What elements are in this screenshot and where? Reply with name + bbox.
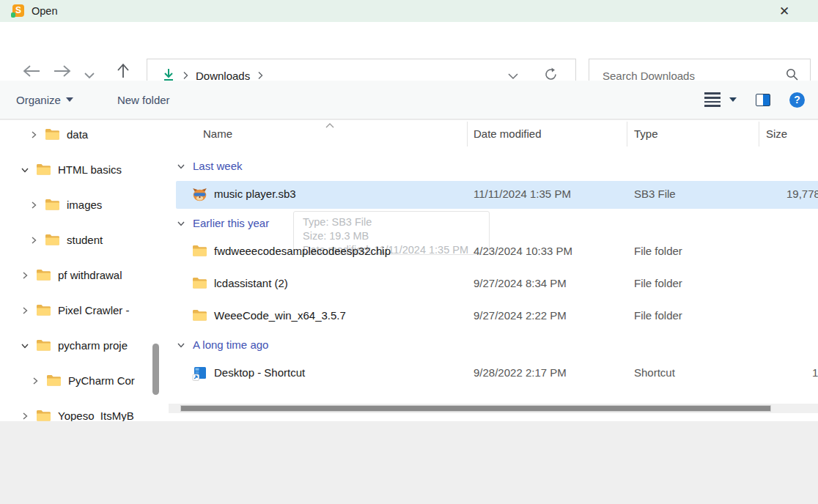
sidebar-item-label: pf withdrawal [58, 269, 122, 281]
open-dialog: S Open ✕ Downloads [0, 0, 818, 504]
sidebar-item-label: images [67, 199, 102, 211]
sidebar-item-pixel-crawler[interactable]: Pixel Crawler - [21, 304, 130, 316]
dialog-body: data HTML basics images student pf withd [0, 119, 818, 421]
dialog-footer: File name: Custom Files (*.sb;*.sb2;*.sb… [0, 421, 818, 504]
sidebar-item-pf-withdrawal[interactable]: pf withdrawal [21, 269, 122, 281]
sidebar-item-images[interactable]: images [29, 199, 102, 211]
horizontal-scrollbar[interactable] [169, 404, 818, 413]
folder-icon [36, 269, 51, 281]
chevron-right-icon[interactable] [29, 236, 38, 245]
file-row-music-player[interactable]: music player.sb3 11/11/2024 1:35 PM SB3 … [169, 181, 818, 209]
column-header-size[interactable]: Size [766, 127, 787, 140]
group-header-last-week[interactable]: Last week [177, 160, 243, 172]
horizontal-scrollbar-thumb[interactable] [180, 405, 771, 412]
file-row-weeecode[interactable]: WeeeCode_win_x64_3.5.7 9/27/2024 2:22 PM… [169, 303, 818, 330]
folder-icon [36, 304, 51, 316]
folder-icon [36, 410, 51, 421]
group-label: Earlier this year [193, 217, 269, 229]
chevron-down-icon [177, 341, 185, 349]
file-row-desktop-shortcut[interactable]: Desktop - Shortcut 9/28/2022 2:17 PM Sho… [169, 360, 818, 388]
sidebar-item-student[interactable]: student [29, 234, 103, 246]
sidebar-item-label: Yopeso_ItsMyB [58, 410, 134, 421]
view-list-icon [704, 92, 721, 106]
folder-icon [192, 309, 207, 324]
group-label: A long time ago [193, 338, 268, 351]
chevron-down-icon[interactable] [21, 342, 29, 349]
command-toolbar: Organize New folder ? [0, 81, 818, 119]
sidebar-item-label: HTML basics [58, 163, 122, 176]
group-label: Last week [193, 160, 243, 172]
folder-icon [45, 128, 60, 141]
chevron-right-icon[interactable] [29, 201, 38, 210]
file-type: File folder [634, 309, 682, 322]
folder-tree-sidebar: data HTML basics images student pf withd [0, 120, 169, 421]
sidebar-item-yopeso[interactable]: Yopeso_ItsMyB [21, 410, 134, 421]
chevron-right-icon[interactable] [31, 377, 40, 385]
sidebar-item-label: pycharm proje [58, 339, 128, 352]
navigation-bar: Downloads [0, 22, 818, 81]
file-name: Desktop - Shortcut [214, 366, 305, 379]
file-type: File folder [634, 245, 682, 257]
organize-button[interactable]: Organize [16, 94, 73, 106]
column-divider[interactable] [759, 122, 759, 147]
sidebar-item-label: Pixel Crawler - [58, 304, 130, 316]
file-row-fwdweeecode[interactable]: fwdweeecodesamplecodeesp32chip 4/23/2024… [169, 238, 818, 266]
file-row-lcdassistant[interactable]: lcdassistant (2) 9/27/2024 8:34 PM File … [169, 270, 818, 298]
file-list: Name Date modified Type Size Type: SB3 F… [169, 120, 818, 421]
column-header-date-modified[interactable]: Date modified [474, 127, 542, 140]
chevron-down-icon[interactable] [21, 166, 29, 174]
view-mode-button[interactable] [704, 92, 737, 106]
close-icon[interactable]: ✕ [775, 3, 793, 21]
folder-icon [36, 339, 51, 352]
sidebar-item-label: PyCharm Cor [68, 374, 135, 387]
file-type: SB3 File [634, 188, 676, 200]
shortcut-icon [192, 366, 207, 383]
help-icon[interactable]: ? [789, 92, 805, 108]
sidebar-item-label: student [67, 234, 103, 246]
folder-icon [36, 163, 51, 176]
chevron-right-icon[interactable] [21, 271, 29, 280]
sidebar-item-html-basics[interactable]: HTML basics [21, 163, 122, 176]
up-arrow-icon[interactable] [116, 63, 130, 82]
chevron-right-icon[interactable] [21, 412, 29, 420]
chevron-right-icon[interactable] [21, 306, 29, 315]
group-header-earlier-this-year[interactable]: Earlier this year [177, 217, 269, 229]
folder-icon [45, 199, 60, 211]
sort-ascending-icon[interactable] [325, 120, 335, 131]
back-arrow-icon[interactable] [22, 64, 41, 81]
preview-pane-icon[interactable] [756, 94, 770, 106]
group-header-a-long-time-ago[interactable]: A long time ago [177, 338, 268, 351]
column-header-name[interactable]: Name [203, 127, 232, 140]
column-divider[interactable] [467, 122, 468, 147]
column-header-type[interactable]: Type [634, 127, 658, 140]
new-folder-button[interactable]: New folder [117, 94, 170, 106]
sidebar-item-pycharm-projects[interactable]: pycharm proje [21, 339, 128, 352]
chevron-down-icon [177, 220, 185, 227]
file-date: 11/11/2024 1:35 PM [474, 188, 571, 200]
chevron-down-icon [177, 163, 185, 170]
file-date: 9/27/2024 2:22 PM [474, 309, 567, 322]
column-divider[interactable] [627, 122, 627, 147]
column-headers: Name Date modified Type Size [169, 120, 818, 148]
file-size: 19,778 [786, 188, 818, 200]
file-type: File folder [634, 277, 682, 289]
forward-arrow-icon[interactable] [53, 64, 72, 81]
title-bar: S Open ✕ [0, 0, 818, 22]
file-size: 1 [812, 366, 818, 379]
folder-icon [192, 277, 207, 292]
file-name: music player.sb3 [214, 188, 296, 200]
organize-label: Organize [16, 94, 61, 106]
file-date: 4/23/2024 10:33 PM [474, 245, 572, 257]
new-folder-label: New folder [117, 94, 170, 106]
tooltip-type: Type: SB3 File [303, 215, 489, 229]
folder-icon [192, 245, 207, 259]
chevron-right-icon[interactable] [29, 130, 38, 139]
sidebar-item-data[interactable]: data [29, 128, 88, 141]
file-date: 9/27/2024 8:34 PM [474, 277, 567, 289]
file-date: 9/28/2022 2:17 PM [474, 366, 567, 379]
sidebar-item-label: data [67, 128, 88, 141]
sidebar-scrollbar[interactable] [152, 344, 159, 395]
window-title: Open [32, 5, 57, 17]
sidebar-item-pycharm-community[interactable]: PyCharm Cor [31, 374, 135, 387]
view-dropdown-caret-icon [729, 97, 737, 102]
